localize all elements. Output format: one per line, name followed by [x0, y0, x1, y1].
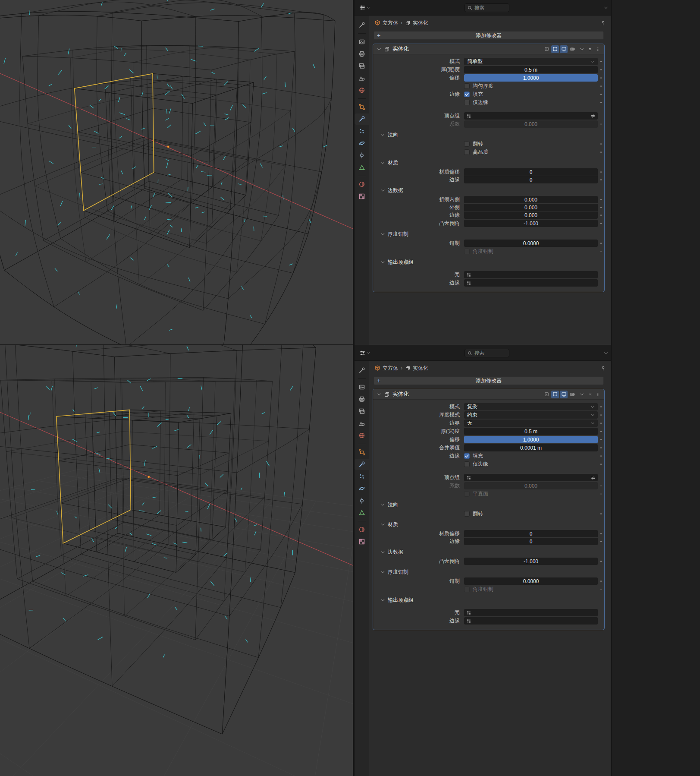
realtime-toggle[interactable] [560, 45, 568, 53]
even-thickness-checkbox-box[interactable] [464, 83, 470, 89]
angle-clamp-checkbox-box[interactable] [464, 249, 470, 254]
factor-field[interactable]: 0.000 [464, 482, 598, 489]
tab-object-data[interactable] [355, 507, 369, 518]
animate-decorator-dot[interactable] [600, 423, 602, 424]
animate-decorator-dot[interactable] [600, 406, 602, 407]
on-cage-toggle[interactable] [543, 45, 550, 53]
material-rim-field[interactable]: 0 [464, 538, 598, 545]
animate-decorator-dot[interactable] [600, 123, 602, 125]
material-rim-field[interactable]: 0 [464, 176, 598, 183]
only-rim-checkbox-box[interactable] [464, 100, 470, 105]
animate-decorator-dot[interactable] [600, 251, 602, 252]
animate-decorator-dot[interactable] [600, 179, 602, 180]
render-toggle[interactable] [568, 391, 576, 398]
bevel-convex-field[interactable]: -1.000 [464, 558, 598, 565]
header-collapse-button[interactable] [603, 4, 609, 12]
crease-rim-field[interactable]: 0.000 [464, 211, 598, 219]
vertex-group-field[interactable] [464, 474, 598, 481]
flip-checkbox[interactable]: 翻转 [464, 510, 483, 517]
rim-fill-checkbox-box[interactable] [464, 91, 470, 97]
animate-decorator-dot[interactable] [600, 493, 602, 495]
breadcrumb-modifier[interactable]: 实体化 [405, 19, 428, 27]
modifier-drag-handle[interactable] [595, 45, 602, 53]
output-vertex-groups-section[interactable]: 输出顶点组 [373, 596, 604, 604]
viewport-3d-bottom[interactable] [0, 345, 353, 776]
only-rim-checkbox[interactable]: 仅边缘 [464, 99, 488, 106]
animate-decorator-dot[interactable] [600, 580, 602, 582]
animate-decorator-dot[interactable] [600, 589, 602, 590]
animate-decorator-dot[interactable] [600, 207, 602, 208]
even-thickness-checkbox[interactable]: 均匀厚度 [464, 82, 493, 90]
only-rim-checkbox[interactable]: 仅边缘 [464, 461, 488, 468]
realtime-toggle[interactable] [560, 391, 568, 398]
header-collapse-button[interactable] [603, 350, 609, 357]
animate-decorator-dot[interactable] [600, 455, 602, 457]
tab-texture[interactable] [355, 536, 369, 547]
edge-data-section[interactable]: 边数据 [373, 186, 604, 195]
rim-vgroup-field[interactable] [464, 617, 598, 625]
animate-decorator-dot[interactable] [600, 464, 602, 465]
search-input[interactable]: 搜索 [465, 349, 509, 357]
tab-output[interactable] [355, 394, 369, 405]
thickness-clamp-section[interactable]: 厚度钳制 [373, 230, 604, 238]
tab-render[interactable] [355, 382, 369, 393]
modifier-extras-button[interactable] [578, 391, 585, 398]
animate-decorator-dot[interactable] [600, 561, 602, 562]
animate-decorator-dot[interactable] [600, 243, 602, 244]
animate-decorator-dot[interactable] [600, 439, 602, 440]
materials-section[interactable]: 材质 [373, 159, 604, 167]
output-vertex-groups-section[interactable]: 输出顶点组 [373, 258, 604, 266]
animate-decorator-dot[interactable] [600, 541, 602, 542]
offset-slider[interactable]: 1.0000 [464, 74, 598, 82]
animate-decorator-dot[interactable] [600, 171, 602, 173]
flat-faces-checkbox-box[interactable] [464, 491, 470, 497]
tab-material[interactable] [355, 179, 369, 190]
animate-decorator-dot[interactable] [600, 533, 602, 534]
edit-mode-toggle[interactable] [551, 45, 559, 53]
tab-physics[interactable] [355, 483, 369, 494]
tab-world[interactable] [355, 85, 369, 96]
viewport-3d-top[interactable] [0, 0, 353, 345]
rim-vgroup-field[interactable] [464, 279, 598, 287]
modifier-name-field[interactable]: 实体化 [392, 391, 409, 398]
crease-inner-field[interactable]: 0.000 [464, 196, 598, 203]
tab-world[interactable] [355, 430, 369, 441]
tab-tool[interactable] [355, 19, 369, 31]
animate-decorator-dot[interactable] [600, 61, 602, 62]
modifier-extras-button[interactable] [578, 45, 585, 53]
flip-checkbox-box[interactable] [464, 511, 470, 517]
editor-type-button[interactable] [358, 3, 372, 12]
rim-fill-checkbox[interactable]: 填充 [464, 91, 483, 98]
tab-object[interactable] [355, 447, 369, 458]
boundary-select[interactable]: 无 [464, 420, 598, 427]
flip-checkbox[interactable]: 翻转 [464, 140, 483, 148]
tab-object[interactable] [355, 101, 369, 113]
tab-particles[interactable] [355, 126, 369, 137]
animate-decorator-dot[interactable] [600, 151, 602, 153]
animate-decorator-dot[interactable] [600, 77, 602, 79]
tab-texture[interactable] [355, 191, 369, 202]
modifier-expand-button[interactable] [376, 45, 383, 53]
thickness-clamp-section[interactable]: 厚度钳制 [373, 568, 604, 576]
animate-decorator-dot[interactable] [600, 485, 602, 486]
breadcrumb-modifier[interactable]: 实体化 [405, 365, 428, 372]
animate-decorator-dot[interactable] [600, 94, 602, 95]
tab-object-data[interactable] [355, 162, 369, 173]
pin-icon-button[interactable] [600, 366, 606, 371]
crease-outer-field[interactable]: 0.000 [464, 204, 598, 211]
mode-select[interactable]: 复杂 [464, 403, 598, 410]
shell-vgroup-field[interactable] [464, 271, 598, 278]
clamp-field[interactable]: 0.0000 [464, 240, 598, 247]
modifier-drag-handle[interactable] [595, 391, 602, 398]
edge-data-section[interactable]: 边数据 [373, 548, 604, 556]
flat-faces-checkbox[interactable]: 平直面 [464, 490, 488, 498]
mode-select[interactable]: 简单型 [464, 58, 598, 65]
material-offset-field[interactable]: 0 [464, 530, 598, 537]
animate-decorator-dot[interactable] [600, 102, 602, 103]
animate-decorator-dot[interactable] [600, 85, 602, 87]
tab-material[interactable] [355, 524, 369, 535]
thickness-field[interactable]: 0.5 m [464, 66, 598, 73]
breadcrumb-object[interactable]: 立方体 [374, 19, 398, 27]
modifier-delete-button[interactable] [587, 45, 593, 53]
animate-decorator-dot[interactable] [600, 69, 602, 70]
